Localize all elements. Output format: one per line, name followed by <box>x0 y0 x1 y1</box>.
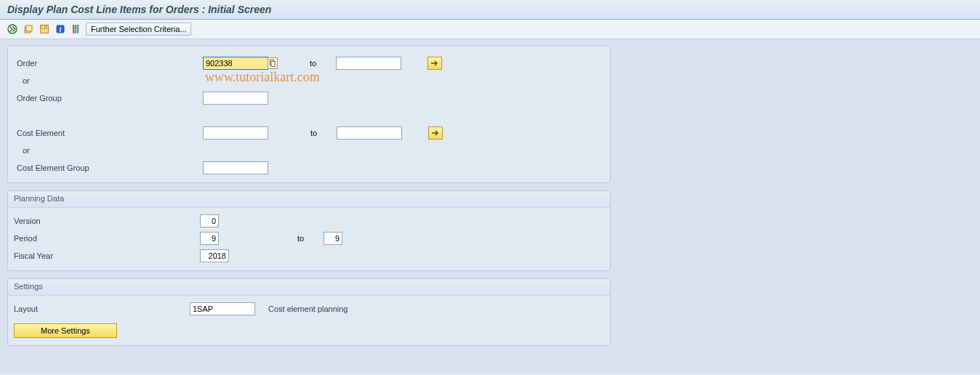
version-label: Version <box>14 217 200 225</box>
svg-rect-12 <box>271 62 275 67</box>
settings-title: Settings <box>8 279 610 296</box>
layout-row: Layout Cost element planning <box>14 300 604 318</box>
layout-label: Layout <box>14 305 190 313</box>
order-to-input[interactable] <box>336 57 401 70</box>
get-variant-icon[interactable] <box>22 23 35 36</box>
info-icon[interactable]: i <box>54 23 67 36</box>
fiscal-year-label: Fiscal Year <box>14 251 200 260</box>
period-row: Period to <box>14 230 604 247</box>
order-group-label: Order Group <box>14 94 203 102</box>
svg-rect-10 <box>77 25 79 33</box>
further-selection-label: Further Selection Criteria... <box>91 25 186 33</box>
order-group-input[interactable] <box>203 92 268 105</box>
multiple-selection-icon[interactable] <box>428 126 443 140</box>
order-row: Order to <box>14 55 604 72</box>
data-source-icon[interactable] <box>70 23 83 36</box>
cost-element-group-input[interactable] <box>203 161 268 174</box>
version-input[interactable] <box>200 214 219 227</box>
svg-rect-8 <box>73 25 74 33</box>
more-settings-button[interactable]: More Settings <box>14 323 117 338</box>
application-toolbar: i Further Selection Criteria... <box>0 20 980 39</box>
execute-icon[interactable] <box>6 23 19 36</box>
search-help-icon[interactable] <box>268 57 278 69</box>
cost-element-to-label: to <box>308 129 337 137</box>
planning-data-group: Planning Data Version Period to Fiscal Y… <box>7 190 611 271</box>
cost-element-group-label: Cost Element Group <box>14 164 203 172</box>
version-row: Version <box>14 212 604 230</box>
layout-description: Cost element planning <box>268 305 348 313</box>
order-label: Order <box>14 59 203 68</box>
order-group-row: Order Group <box>14 89 604 107</box>
period-to-input[interactable] <box>324 232 342 245</box>
layout-input[interactable] <box>190 302 255 315</box>
or-label-1: or <box>14 76 203 85</box>
order-selection-group: Order to or Order Group Cost Element to <box>7 45 611 183</box>
cost-element-to-input[interactable] <box>337 126 402 140</box>
multiple-selection-icon[interactable] <box>427 57 442 70</box>
settings-group: Settings Layout Cost element planning Mo… <box>7 278 611 346</box>
content-area: www.tutorialkart.com Order to or Order G… <box>0 39 980 374</box>
fiscal-year-input[interactable] <box>200 249 229 262</box>
planning-data-title: Planning Data <box>8 191 610 208</box>
svg-rect-2 <box>26 25 32 31</box>
svg-rect-5 <box>44 26 46 28</box>
period-to-label: to <box>294 234 324 243</box>
order-to-label: to <box>307 59 336 68</box>
fiscal-year-row: Fiscal Year <box>14 247 604 265</box>
or-label-2: or <box>14 146 203 155</box>
svg-rect-9 <box>75 25 76 33</box>
save-icon[interactable] <box>38 23 51 36</box>
period-label: Period <box>14 234 200 243</box>
svg-text:i: i <box>60 25 62 33</box>
period-from-input[interactable] <box>200 232 219 245</box>
more-settings-label: More Settings <box>41 326 90 335</box>
cost-element-row: Cost Element to <box>14 124 604 142</box>
cost-element-label: Cost Element <box>14 129 203 137</box>
further-selection-button[interactable]: Further Selection Criteria... <box>86 23 191 36</box>
page-title: Display Plan Cost Line Items for Orders … <box>0 0 980 20</box>
cost-element-group-row: Cost Element Group <box>14 159 604 177</box>
order-from-input[interactable] <box>203 57 268 70</box>
cost-element-from-input[interactable] <box>203 126 268 140</box>
